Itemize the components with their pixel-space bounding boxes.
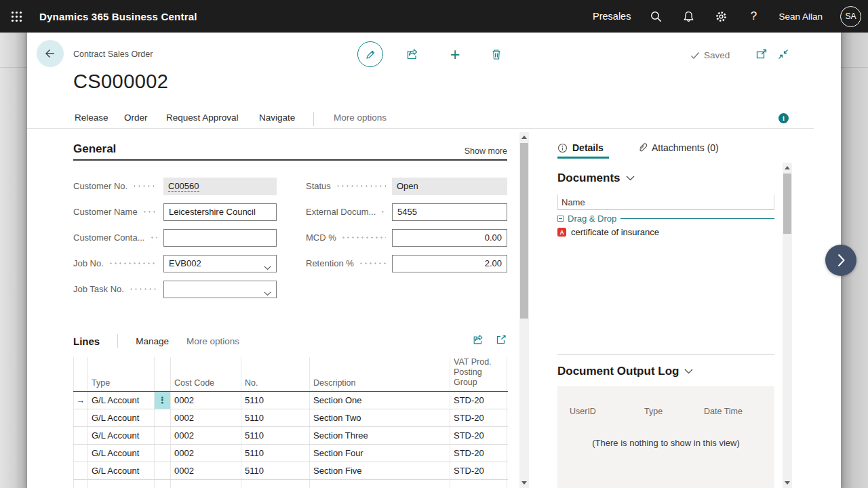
customer-no-field[interactable]: C00560 bbox=[163, 178, 277, 195]
plus-icon: + bbox=[450, 47, 460, 62]
info-circle-icon bbox=[557, 143, 568, 153]
action-request-approval[interactable]: Request Approval bbox=[166, 113, 239, 123]
job-task-no-dropdown[interactable] bbox=[163, 281, 277, 298]
environment-name[interactable]: Presales bbox=[593, 11, 631, 22]
document-output-log-panel: UserID Type Date Time (There is nothing … bbox=[557, 386, 774, 488]
tab-details[interactable]: Details bbox=[557, 142, 604, 153]
general-heading: General bbox=[73, 142, 116, 156]
chevron-down-icon[interactable] bbox=[264, 262, 271, 272]
document-file-row[interactable]: A certificate of insurance bbox=[557, 227, 659, 237]
open-in-new-window-icon bbox=[755, 49, 768, 60]
chevron-down-icon bbox=[684, 369, 693, 374]
trash-icon bbox=[490, 48, 502, 61]
main-scrollbar-thumb[interactable] bbox=[520, 143, 528, 319]
settings-gear-icon[interactable] bbox=[713, 9, 728, 24]
table-row[interactable]: G/L Account 0002 5110 Section Two STD-20 bbox=[73, 409, 508, 427]
table-row[interactable]: G/L Account 0002 5110 Section Three STD-… bbox=[73, 427, 508, 445]
file-name[interactable]: certificate of insurance bbox=[571, 227, 659, 237]
row-options-dots-icon[interactable]: ⋮ bbox=[155, 392, 171, 409]
lines-open-in-window-icon[interactable] bbox=[496, 334, 507, 348]
action-bar: Release Order Request Approval Navigate … bbox=[27, 110, 814, 129]
action-release[interactable]: Release bbox=[75, 113, 108, 123]
breadcrumb: Contract Sales Order bbox=[73, 49, 153, 59]
app-launcher-waffle-icon[interactable] bbox=[0, 0, 33, 33]
action-order[interactable]: Order bbox=[124, 113, 148, 123]
documents-heading[interactable]: Documents bbox=[557, 171, 635, 185]
action-navigate[interactable]: Navigate bbox=[259, 113, 295, 123]
help-icon[interactable]: ? bbox=[746, 9, 761, 24]
lines-table-header: Type Cost Code No. Description VAT Prod.… bbox=[73, 357, 508, 392]
search-icon[interactable] bbox=[648, 9, 663, 24]
table-row[interactable]: → G/L Account ⋮ 0002 5110 Section One ST… bbox=[73, 392, 508, 409]
chevron-down-icon bbox=[626, 176, 635, 181]
customer-name-field[interactable]: Leicestershire Council bbox=[163, 203, 277, 221]
lines-heading: Lines bbox=[73, 336, 100, 347]
drag-drop-label[interactable]: Drag & Drop bbox=[568, 214, 616, 224]
edit-button[interactable] bbox=[357, 41, 383, 67]
drag-drop-group-row: Drag & Drop bbox=[557, 213, 774, 224]
lines-more-options[interactable]: More options bbox=[186, 336, 239, 346]
col-description[interactable]: Description bbox=[310, 357, 450, 391]
share-button[interactable] bbox=[405, 47, 420, 62]
field-job-task-no: Job Task No. bbox=[73, 280, 277, 298]
collapse-arrows-icon bbox=[777, 48, 789, 60]
scroll-down-arrow-icon[interactable] bbox=[521, 481, 527, 485]
col-vat-posting-group[interactable]: VAT Prod.Posting Group bbox=[450, 357, 507, 391]
pdf-file-icon: A bbox=[557, 228, 566, 237]
share-icon bbox=[406, 47, 420, 61]
col-cost-code[interactable]: Cost Code bbox=[171, 357, 241, 391]
collapse-group-icon[interactable] bbox=[557, 216, 564, 222]
active-tab-underline bbox=[557, 157, 609, 159]
job-no-dropdown[interactable]: EVB002 bbox=[163, 255, 277, 272]
col-no[interactable]: No. bbox=[241, 357, 310, 391]
retention-pct-field[interactable]: 2.00 bbox=[392, 255, 507, 272]
app-title[interactable]: Dynamics 365 Business Central bbox=[39, 11, 197, 22]
chevron-right-icon bbox=[837, 253, 845, 267]
tab-attachments[interactable]: Attachments (0) bbox=[637, 142, 719, 153]
col-type[interactable]: Type bbox=[88, 357, 155, 391]
open-in-new-window-button[interactable] bbox=[754, 47, 769, 62]
user-avatar[interactable]: SA bbox=[840, 6, 861, 27]
expand-panel-button[interactable] bbox=[825, 245, 856, 276]
collapse-view-button[interactable] bbox=[776, 47, 791, 62]
customer-contact-field[interactable] bbox=[163, 229, 277, 247]
factbox-tabs: Details Attachments (0) bbox=[557, 139, 719, 157]
table-row[interactable] bbox=[73, 480, 508, 488]
scroll-up-arrow-icon[interactable] bbox=[785, 166, 790, 169]
factbox-scrollbar[interactable] bbox=[783, 163, 792, 488]
document-output-log-heading[interactable]: Document Output Log bbox=[557, 365, 693, 378]
scroll-down-arrow-icon[interactable] bbox=[785, 481, 790, 485]
status-field: Open bbox=[392, 178, 507, 195]
log-col-datetime[interactable]: Date Time bbox=[704, 407, 743, 416]
back-button[interactable] bbox=[37, 40, 64, 67]
factbox-scrollbar-thumb[interactable] bbox=[783, 174, 791, 234]
main-scrollbar[interactable] bbox=[519, 132, 529, 488]
delete-button[interactable] bbox=[489, 47, 504, 62]
field-job-no: Job No. EVB002 bbox=[73, 254, 277, 272]
lines-share-icon[interactable] bbox=[472, 333, 485, 348]
factbox-divider bbox=[557, 354, 774, 354]
table-row[interactable]: G/L Account 0002 5110 Section Four STD-2… bbox=[73, 445, 508, 462]
lines-table: Type Cost Code No. Description VAT Prod.… bbox=[73, 357, 508, 488]
lines-manage-menu[interactable]: Manage bbox=[136, 336, 169, 346]
new-button[interactable]: + bbox=[448, 47, 462, 62]
user-name[interactable]: Sean Allan bbox=[778, 12, 823, 22]
external-document-field[interactable]: 5455 bbox=[392, 203, 507, 221]
log-col-type[interactable]: Type bbox=[644, 407, 663, 416]
field-customer-no: Customer No. C00560 bbox=[73, 177, 277, 195]
action-bar-divider bbox=[313, 112, 314, 126]
table-row[interactable]: G/L Account 0002 5110 Section Five STD-2… bbox=[73, 462, 508, 480]
chevron-down-icon[interactable] bbox=[264, 288, 271, 298]
field-retention-pct: Retention % 2.00 bbox=[306, 254, 507, 272]
documents-name-column-header[interactable]: Name bbox=[557, 195, 774, 210]
mcd-pct-field[interactable]: 0.00 bbox=[392, 229, 507, 247]
scroll-up-arrow-icon[interactable] bbox=[521, 136, 527, 139]
action-more-options[interactable]: More options bbox=[334, 113, 387, 123]
log-col-userid[interactable]: UserID bbox=[570, 407, 596, 416]
paperclip-icon bbox=[637, 142, 647, 153]
field-customer-name: Customer Name Leicestershire Council bbox=[73, 203, 277, 221]
info-badge-icon[interactable]: i bbox=[778, 113, 789, 123]
top-navigation-bar: Dynamics 365 Business Central Presales ?… bbox=[0, 0, 868, 33]
notifications-bell-icon[interactable] bbox=[681, 9, 696, 24]
show-more-link[interactable]: Show more bbox=[465, 146, 507, 156]
